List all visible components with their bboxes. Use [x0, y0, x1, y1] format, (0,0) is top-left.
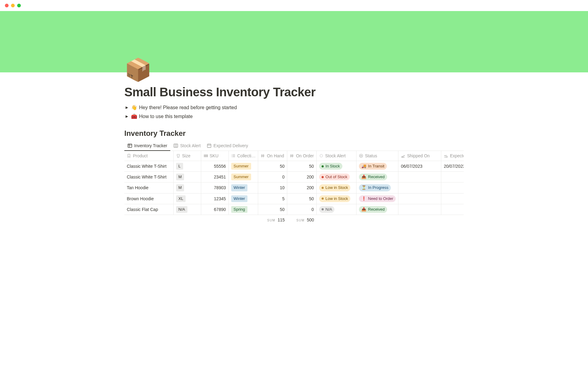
cell-shipped-on[interactable] [398, 204, 441, 215]
cell-on-hand[interactable]: 0 [258, 172, 287, 182]
col-collection[interactable]: Collecti… [228, 151, 258, 161]
sum-on-hand: SUM 115 [258, 215, 287, 225]
status-pill: 🚚 In Transit [359, 163, 387, 170]
toggle-arrow-icon: ▶ [124, 114, 129, 118]
svg-point-16 [232, 155, 232, 155]
cell-product[interactable]: Tan Hoodie [124, 182, 173, 193]
tab-inventory-tracker[interactable]: Inventory Tracker [124, 141, 170, 151]
cell-sku[interactable]: 12345 [201, 193, 228, 204]
cell-size[interactable]: M [173, 182, 201, 193]
cell-sku[interactable]: 78903 [201, 182, 228, 193]
svg-line-23 [263, 154, 264, 158]
cell-size[interactable]: XL [173, 193, 201, 204]
cell-size[interactable]: L [173, 161, 201, 172]
shirt-icon [176, 154, 180, 158]
col-product[interactable]: Product [124, 151, 173, 161]
section-title[interactable]: Inventory Tracker [124, 129, 464, 138]
status-pill: 📥 Received [359, 206, 387, 213]
cell-expected-delivery[interactable]: 20/07/2023 [441, 161, 464, 172]
cell-status[interactable]: 📥 Received [356, 204, 398, 215]
cell-on-order[interactable]: 50 [287, 161, 316, 172]
cell-expected-delivery[interactable] [441, 172, 464, 182]
svg-point-17 [232, 155, 232, 156]
tab-stock-alert[interactable]: Stock Alert [170, 141, 204, 151]
cell-sku[interactable]: 67890 [201, 204, 228, 215]
page-icon[interactable]: 📦 [124, 59, 464, 81]
col-status[interactable]: Status [356, 151, 398, 161]
col-stock-alert[interactable]: Stock Alert [316, 151, 356, 161]
toggle-howto[interactable]: ▶ 🧰 How to use this template [124, 112, 464, 121]
svg-point-18 [232, 157, 232, 157]
cell-shipped-on[interactable] [398, 182, 441, 193]
cell-size[interactable]: N/A [173, 204, 201, 215]
window-zoom-button[interactable] [17, 4, 21, 7]
col-expected-delivery[interactable]: Expected Delivery [441, 151, 464, 161]
cell-on-hand[interactable]: 5 [258, 193, 287, 204]
collection-badge: Winter [231, 184, 248, 191]
cell-collection[interactable]: Summer [228, 161, 258, 172]
cell-product[interactable]: Classic Flat Cap [124, 204, 173, 215]
toggle-label: Hey there! Please read before getting st… [139, 105, 237, 110]
cell-collection[interactable]: Summer [228, 172, 258, 182]
cell-collection[interactable]: Winter [228, 193, 258, 204]
cell-expected-delivery[interactable] [441, 193, 464, 204]
table-sum-row: SUM 115 SUM 500 [124, 215, 464, 225]
cell-status[interactable]: ❗ Need to Order [356, 193, 398, 204]
cell-size[interactable]: M [173, 172, 201, 182]
cell-on-hand[interactable]: 50 [258, 161, 287, 172]
svg-line-22 [262, 154, 262, 158]
table-row[interactable]: Tan HoodieM78903Winter10200Low in Stock⏳… [124, 182, 464, 193]
col-size[interactable]: Size [173, 151, 201, 161]
window-minimize-button[interactable] [11, 4, 15, 7]
cell-expected-delivery[interactable] [441, 204, 464, 215]
cell-status[interactable]: 🚚 In Transit [356, 161, 398, 172]
cell-shipped-on[interactable] [398, 172, 441, 182]
stock-alert-pill: Out of Stock [319, 174, 350, 180]
col-on-hand[interactable]: On Hand [258, 151, 287, 161]
size-badge: N/A [176, 206, 188, 213]
col-shipped-on[interactable]: Shipped On [398, 151, 441, 161]
table-row[interactable]: Classic Flat CapN/A67890Spring500N/A📥 Re… [124, 204, 464, 215]
board-icon [173, 143, 178, 148]
cell-on-order[interactable]: 200 [287, 172, 316, 182]
cell-stock-alert[interactable]: Out of Stock [316, 172, 356, 182]
hash-icon [261, 154, 265, 158]
col-sku[interactable]: SKU [201, 151, 228, 161]
cell-expected-delivery[interactable] [441, 182, 464, 193]
cell-shipped-on[interactable]: 06/07/2023 [398, 161, 441, 172]
window-titlebar [0, 0, 588, 11]
cell-product[interactable]: Brown Hoodie [124, 193, 173, 204]
cell-on-hand[interactable]: 10 [258, 182, 287, 193]
col-on-order[interactable]: On Order [287, 151, 316, 161]
toggle-intro[interactable]: ▶ 👋 Hey there! Please read before gettin… [124, 103, 464, 112]
cell-status[interactable]: ⏳ In Progress [356, 182, 398, 193]
list-icon [231, 154, 236, 158]
cell-stock-alert[interactable]: N/A [316, 204, 356, 215]
cell-collection[interactable]: Spring [228, 204, 258, 215]
table-row[interactable]: Classic White T-ShirtM23451Summer0200Out… [124, 172, 464, 182]
takeoff-icon [401, 154, 405, 158]
tab-expected-delivery[interactable]: Expected Delivery [204, 141, 251, 151]
cell-stock-alert[interactable]: Low in Stock [316, 182, 356, 193]
status-icon [359, 154, 363, 158]
cell-on-order[interactable]: 0 [287, 204, 316, 215]
cell-product[interactable]: Classic White T-Shirt [124, 172, 173, 182]
cell-status[interactable]: 📥 Received [356, 172, 398, 182]
table-row[interactable]: Brown HoodieXL12345Winter550Low in Stock… [124, 193, 464, 204]
svg-line-27 [292, 154, 293, 158]
table-row[interactable]: Classic White T-ShirtL55556Summer5050In … [124, 161, 464, 172]
size-badge: L [176, 163, 183, 170]
cell-stock-alert[interactable]: Low in Stock [316, 193, 356, 204]
cell-on-order[interactable]: 200 [287, 182, 316, 193]
cell-collection[interactable]: Winter [228, 182, 258, 193]
window-close-button[interactable] [5, 4, 9, 7]
page-title[interactable]: Small Business Inventory Tracker [124, 85, 464, 99]
cell-product[interactable]: Classic White T-Shirt [124, 161, 173, 172]
cell-stock-alert[interactable]: In Stock [316, 161, 356, 172]
tab-label: Inventory Tracker [134, 143, 167, 148]
cell-on-hand[interactable]: 50 [258, 204, 287, 215]
cell-on-order[interactable]: 50 [287, 193, 316, 204]
cell-sku[interactable]: 23451 [201, 172, 228, 182]
cell-sku[interactable]: 55556 [201, 161, 228, 172]
cell-shipped-on[interactable] [398, 193, 441, 204]
